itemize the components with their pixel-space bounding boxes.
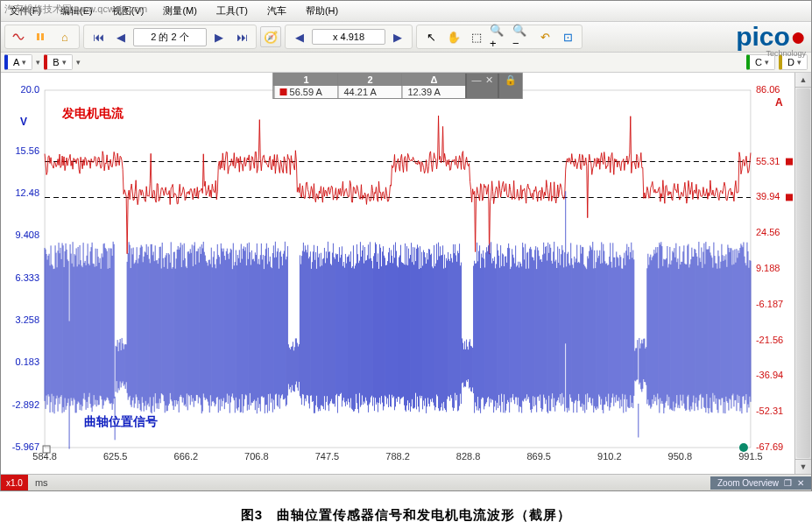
ruler-minimize-icon[interactable]: —	[472, 74, 482, 97]
ruler-col2-hdr: 2	[338, 74, 402, 86]
compass-icon[interactable]: 🧭	[260, 26, 281, 47]
home-icon[interactable]: ⌂	[54, 26, 75, 47]
scroll-up-icon[interactable]: ▲	[795, 73, 811, 88]
svg-text:55.31: 55.31	[756, 156, 780, 166]
zoom-prev-icon[interactable]: ◀	[289, 26, 310, 47]
svg-text:991.5: 991.5	[738, 451, 763, 462]
channel-bar: A▾ ▾ B▾ ▾ C▾ D▾	[1, 53, 811, 73]
page-indicator: 2 的 2 个	[133, 28, 207, 46]
persist-mode-icon[interactable]	[32, 26, 53, 47]
svg-rect-24	[786, 159, 793, 166]
svg-text:-6.187: -6.187	[756, 299, 783, 309]
svg-text:9.408: 9.408	[16, 229, 40, 240]
zoom-select-icon[interactable]: ⬚	[466, 26, 487, 47]
svg-rect-25	[786, 194, 793, 201]
svg-text:625.5: 625.5	[103, 451, 128, 462]
hand-icon[interactable]: ✋	[443, 26, 464, 47]
svg-text:-52.31: -52.31	[756, 406, 783, 416]
menu-help[interactable]: 帮助(H)	[300, 3, 343, 19]
menu-view[interactable]: 视图(V)	[107, 3, 150, 19]
svg-text:706.8: 706.8	[244, 451, 269, 462]
zoom-indicator: x 4.918	[312, 29, 385, 45]
pointer-icon[interactable]: ↖	[420, 26, 441, 47]
ruler-col1-hdr: 1	[274, 74, 338, 86]
annotation-generator-current: 发电机电流	[62, 106, 124, 122]
first-page-icon[interactable]: ⏮	[88, 26, 109, 47]
ruler-controls[interactable]: —✕	[466, 74, 498, 98]
zoom-in-icon[interactable]: 🔍+	[489, 26, 510, 47]
prev-page-icon[interactable]: ◀	[110, 26, 131, 47]
status-bar: x1.0 ms Zoom Overview ❐ ✕	[1, 474, 811, 490]
svg-text:20.0: 20.0	[21, 84, 39, 95]
scope-mode-icon[interactable]	[9, 26, 30, 47]
zoom-overview-button[interactable]: Zoom Overview ❐ ✕	[710, 476, 811, 490]
overview-close-icon[interactable]: ✕	[797, 478, 804, 488]
svg-text:-36.94: -36.94	[756, 370, 783, 380]
svg-text:6.333: 6.333	[16, 272, 40, 283]
undo-zoom-icon[interactable]: ↶	[534, 26, 555, 47]
svg-text:39.94: 39.94	[756, 191, 780, 201]
svg-text:869.5: 869.5	[526, 451, 551, 462]
svg-text:788.2: 788.2	[385, 451, 410, 462]
svg-text:3.258: 3.258	[16, 314, 40, 325]
svg-rect-0	[37, 33, 39, 40]
zoom-out-icon[interactable]: 🔍−	[512, 26, 533, 47]
svg-text:828.8: 828.8	[456, 451, 481, 462]
svg-text:0.183: 0.183	[16, 356, 40, 367]
ruler-close-icon[interactable]: ✕	[485, 74, 493, 97]
menu-measure[interactable]: 测量(M)	[158, 3, 202, 19]
pico-logo: pico● Technology	[736, 24, 806, 58]
main-toolbar: ⌂ ⏮ ◀ 2 的 2 个 ▶ ⏭ 🧭 ◀ x 4.918 ▶ ↖ ✋ ⬚ 🔍+…	[1, 22, 811, 53]
menu-edit[interactable]: 编辑(E)	[55, 3, 98, 19]
ruler-col1-val: 56.59 A	[274, 86, 338, 98]
last-page-icon[interactable]: ⏭	[231, 26, 252, 47]
channel-b-button[interactable]: B▾	[44, 54, 72, 70]
time-unit-label: ms	[28, 477, 55, 488]
ruler-col3-hdr: Δ	[402, 74, 466, 86]
zoom-badge[interactable]: x1.0	[1, 475, 28, 490]
svg-text:24.56: 24.56	[756, 227, 780, 237]
scroll-thumb[interactable]	[796, 88, 810, 458]
ruler-col2-val: 44.21 A	[338, 86, 402, 98]
channel-a-extra[interactable]: ▾	[36, 58, 40, 67]
svg-text:910.2: 910.2	[597, 451, 622, 462]
menu-bar: 文件(F) 编辑(E) 视图(V) 测量(M) 工具(T) 汽车 帮助(H)	[1, 1, 811, 22]
ruler-readout[interactable]: 1 56.59 A 2 44.21 A Δ 12.39 A —✕ 🔒	[273, 73, 523, 99]
figure-caption: 图3 曲轴位置传感器信号和发电机电流波形（截屏）	[0, 491, 812, 529]
annotation-crank-signal: 曲轴位置信号	[84, 414, 158, 430]
scroll-down-icon[interactable]: ▼	[795, 459, 811, 474]
menu-tool[interactable]: 工具(T)	[211, 3, 253, 19]
svg-rect-1	[41, 33, 44, 40]
menu-file[interactable]: 文件(F)	[4, 3, 46, 19]
svg-text:-2.892: -2.892	[12, 399, 39, 410]
waveform-plot[interactable]: 20.015.5612.489.4086.3333.2580.183-2.892…	[1, 73, 794, 474]
svg-text:950.8: 950.8	[668, 451, 693, 462]
channel-b-extra[interactable]: ▾	[76, 58, 81, 67]
fit-icon[interactable]: ⊡	[557, 26, 578, 47]
channel-a-button[interactable]: A▾	[4, 54, 32, 70]
svg-text:12.48: 12.48	[16, 187, 40, 198]
svg-text:9.188: 9.188	[756, 263, 780, 273]
svg-text:15.56: 15.56	[16, 145, 40, 156]
svg-text:V: V	[20, 116, 27, 128]
vertical-scrollbar[interactable]: ▲ ▼	[794, 73, 811, 474]
zoom-next-icon[interactable]: ▶	[387, 26, 408, 47]
svg-text:86.06: 86.06	[756, 84, 780, 95]
svg-text:666.2: 666.2	[174, 451, 199, 462]
overview-restore-icon[interactable]: ❐	[784, 478, 792, 488]
svg-text:A: A	[775, 96, 783, 109]
next-page-icon[interactable]: ▶	[208, 26, 229, 47]
ruler-lock-icon[interactable]: 🔒	[498, 74, 522, 98]
menu-auto[interactable]: 汽车	[262, 3, 292, 19]
svg-text:747.5: 747.5	[315, 451, 340, 462]
svg-text:-21.56: -21.56	[756, 335, 783, 345]
ruler-col3-val: 12.39 A	[402, 86, 466, 98]
